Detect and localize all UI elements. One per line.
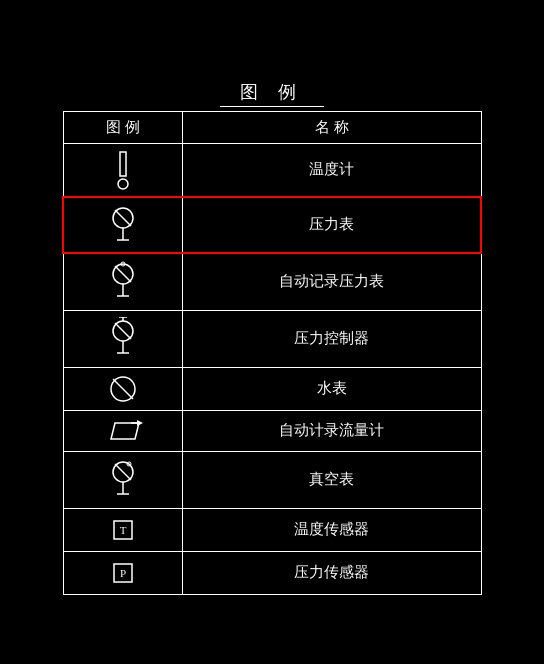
svg-point-1 — [118, 179, 128, 189]
icon-water-meter — [63, 367, 183, 410]
svg-rect-0 — [120, 152, 126, 176]
table-row: 自动计录流量计 — [63, 410, 481, 451]
svg-marker-21 — [137, 420, 143, 426]
table-row: P 压力传感器 — [63, 551, 481, 594]
table-row: 真空表 — [63, 451, 481, 508]
header-row: 图 例 — [62, 80, 482, 107]
col-header-name: 名 称 — [183, 111, 481, 143]
table-row: T 温度传感器 — [63, 508, 481, 551]
table-row: 温度计 — [63, 143, 481, 197]
name-temp-sensor: 温度传感器 — [183, 508, 481, 551]
icon-thermometer — [63, 143, 183, 197]
name-pressure-controller: 压力控制器 — [183, 310, 481, 367]
name-thermometer: 温度计 — [183, 143, 481, 197]
svg-marker-19 — [111, 423, 139, 439]
header-text: 图 例 — [220, 80, 325, 107]
name-auto-pressure: 自动记录压力表 — [183, 253, 481, 311]
name-flow-recorder: 自动计录流量计 — [183, 410, 481, 451]
name-water-meter: 水表 — [183, 367, 481, 410]
icon-temp-sensor: T — [63, 508, 183, 551]
svg-text:P: P — [120, 567, 126, 579]
icon-pressure-gauge — [63, 197, 183, 253]
table-row: 水表 — [63, 367, 481, 410]
table-row-highlighted: 压力表 — [63, 197, 481, 253]
main-container: 图 例 图 例 名 称 温度计 — [62, 80, 482, 595]
icon-pressure-controller — [63, 310, 183, 367]
col-header-icon: 图 例 — [63, 111, 183, 143]
icon-auto-pressure — [63, 253, 183, 311]
table-row: 压力控制器 — [63, 310, 481, 367]
name-pressure-gauge: 压力表 — [183, 197, 481, 253]
legend-table: 图 例 名 称 温度计 — [62, 111, 482, 595]
icon-vacuum-gauge — [63, 451, 183, 508]
svg-line-7 — [115, 266, 131, 282]
name-pressure-sensor: 压力传感器 — [183, 551, 481, 594]
table-header-row: 图 例 名 称 — [63, 111, 481, 143]
svg-line-18 — [113, 379, 133, 399]
icon-pressure-sensor: P — [63, 551, 183, 594]
table-row: 自动记录压力表 — [63, 253, 481, 311]
svg-line-3 — [115, 210, 131, 226]
svg-line-12 — [115, 323, 131, 339]
icon-flow-recorder — [63, 410, 183, 451]
svg-text:T: T — [119, 524, 126, 536]
name-vacuum-gauge: 真空表 — [183, 451, 481, 508]
